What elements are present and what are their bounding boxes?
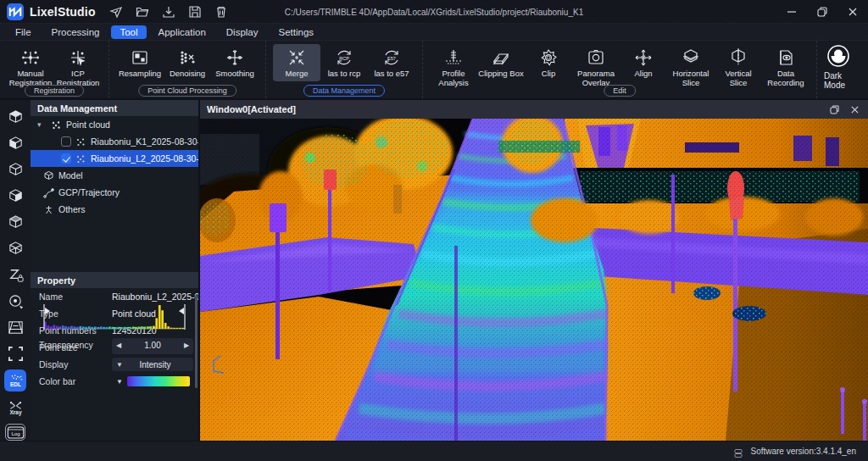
point-cloud-icon	[75, 136, 86, 147]
view-cube-left-icon[interactable]	[5, 186, 25, 206]
tree-item-k1[interactable]: Riauboniu_K1_2025-08-30-174316.la	[31, 133, 198, 150]
z-lock-icon[interactable]	[5, 264, 25, 285]
tree-node-label: Others	[58, 204, 86, 214]
display-mode-dropdown[interactable]: ▼ Intensity	[112, 358, 193, 371]
svg-text:Xray: Xray	[9, 409, 22, 416]
window-controls	[776, 0, 868, 24]
dropdown-arrow-icon[interactable]: ▼	[112, 361, 127, 369]
dark-mode-icon	[826, 43, 851, 69]
checkbox-checked[interactable]	[61, 153, 71, 164]
point-speckle-overlay	[200, 119, 868, 441]
view-cube-right-icon[interactable]	[5, 212, 25, 232]
orbit-center-icon[interactable]	[5, 291, 25, 311]
tree-node-others[interactable]: Others	[31, 201, 198, 218]
denoising-button[interactable]: Denoising	[164, 44, 211, 81]
clip-icon	[537, 47, 559, 69]
checkbox-unchecked[interactable]	[61, 136, 71, 147]
transparency-stepper[interactable]: ◀ 1.00 ▶	[112, 338, 193, 352]
xray-toggle-icon[interactable]: Xray	[5, 397, 25, 418]
viewport-header[interactable]: Window0[Activated]	[200, 100, 868, 119]
merge-icon	[286, 47, 308, 69]
delete-icon[interactable]	[214, 4, 229, 19]
tree-node-point-cloud[interactable]: ▾ Point cloud	[31, 116, 198, 133]
resampling-button[interactable]: Resampling	[116, 44, 164, 81]
viewport-title: Window0[Activated]	[207, 104, 296, 114]
name-value: Riauboniu_L2_2025-08-	[112, 292, 198, 302]
tree-item-l2[interactable]: Riauboniu_L2_2025-08-30-172733.la	[31, 150, 198, 167]
open-folder-icon[interactable]	[136, 4, 150, 19]
vertical-slice-button[interactable]: Vertical Slice	[715, 44, 762, 90]
stepper-left-icon[interactable]: ◀	[112, 342, 125, 349]
align-button[interactable]: Align	[620, 44, 667, 81]
las-to-rcp-icon: RCP	[333, 47, 355, 69]
las-to-rcp-button[interactable]: RCP las to rcp	[320, 44, 368, 81]
title-bar: LixelStudio C:/Users/TRIMBLE 4D/AppData/…	[0, 0, 868, 24]
view-cube-iso-icon[interactable]	[5, 238, 25, 258]
view-cube-back-icon[interactable]	[5, 159, 25, 180]
app-name: LixelStudio	[30, 5, 96, 19]
dark-mode-toggle[interactable]: Dark Mode	[817, 41, 868, 98]
smoothing-icon	[224, 47, 246, 69]
viewport-restore-icon[interactable]	[826, 102, 843, 117]
group-edit: Profile Analysis Clipping Box Clip Panor…	[423, 41, 817, 98]
horizontal-slice-button[interactable]: Horizontal Slice	[667, 44, 715, 90]
tree-node-gcp-trajectory[interactable]: GCP/Trajectory	[31, 184, 198, 201]
panorama-overlay-icon	[585, 47, 607, 69]
tree-node-model[interactable]: Model	[31, 167, 198, 184]
restore-button[interactable]	[807, 0, 837, 24]
group-label-registration: Registration	[25, 85, 84, 97]
viewport-close-icon[interactable]	[846, 102, 863, 117]
resampling-icon	[129, 47, 151, 69]
stepper-right-icon[interactable]: ▶	[180, 342, 193, 349]
project-path: C:/Users/TRIMBLE 4D/AppData/Local/XGrids…	[285, 0, 583, 24]
data-tree: ▾ Point cloud Riauboniu_K1_2025-08-30-17…	[31, 116, 198, 218]
person-icon	[42, 203, 54, 215]
align-icon	[632, 47, 654, 69]
share-icon[interactable]	[109, 4, 124, 19]
data-management-header: Data Management	[31, 100, 198, 116]
edl-toggle-icon[interactable]: EDL	[4, 369, 26, 392]
property-scrollbar[interactable]	[195, 295, 198, 388]
manual-registration-icon	[19, 47, 42, 69]
horizontal-slice-icon	[680, 47, 702, 69]
tree-node-label: GCP/Trajectory	[58, 187, 120, 197]
save-icon[interactable]	[188, 4, 203, 19]
menu-tool[interactable]: Tool	[111, 25, 146, 39]
log-panel-icon[interactable]: Log	[5, 424, 25, 441]
view-cube-top-icon[interactable]	[5, 107, 25, 127]
close-button[interactable]	[837, 0, 868, 24]
merge-button[interactable]: Merge	[273, 44, 320, 81]
clip-button[interactable]: Clip	[525, 44, 572, 81]
import-icon[interactable]	[162, 4, 176, 19]
intensity-histogram[interactable]	[37, 303, 192, 331]
property-header: Property	[31, 272, 198, 288]
clipping-box-icon	[490, 47, 512, 69]
dropdown-arrow-icon[interactable]: ▼	[112, 378, 127, 386]
svg-text:EDL: EDL	[10, 380, 21, 386]
menu-application[interactable]: Application	[150, 25, 214, 39]
viewport-window0: Window0[Activated]	[200, 100, 868, 441]
view-cube-front-icon[interactable]	[5, 133, 25, 153]
menu-file[interactable]: File	[7, 25, 40, 39]
menu-display[interactable]: Display	[218, 25, 267, 39]
clipping-box-button[interactable]: Clipping Box	[477, 44, 525, 81]
color-bar-dropdown[interactable]: ▼	[112, 375, 193, 388]
chevron-down-icon[interactable]: ▾	[37, 120, 46, 129]
data-recording-button[interactable]: Data Recording	[762, 44, 810, 90]
tree-item-label: Riauboniu_L2_2025-08-30-172733.la	[91, 153, 198, 164]
titlebar-quick-actions	[109, 4, 229, 19]
las-to-e57-button[interactable]: E57 las to e57	[368, 44, 415, 81]
menu-settings[interactable]: Settings	[270, 25, 323, 39]
panorama-overlay-button[interactable]: Panorama Overlay	[572, 44, 620, 90]
profile-analysis-button[interactable]: Profile Analysis	[430, 44, 477, 90]
trajectory-icon	[42, 186, 54, 198]
point-cloud-canvas[interactable]	[200, 119, 868, 441]
app-logo-icon	[7, 3, 24, 20]
menu-processing[interactable]: Processing	[43, 25, 108, 39]
manual-registration-button[interactable]: Manual Registration	[7, 44, 54, 90]
perspective-icon[interactable]	[5, 317, 25, 337]
icp-registration-button[interactable]: ICP Registration	[54, 44, 102, 90]
minimize-button[interactable]	[776, 0, 807, 24]
full-extent-icon[interactable]	[5, 343, 25, 364]
smoothing-button[interactable]: Smoothing	[211, 44, 259, 81]
